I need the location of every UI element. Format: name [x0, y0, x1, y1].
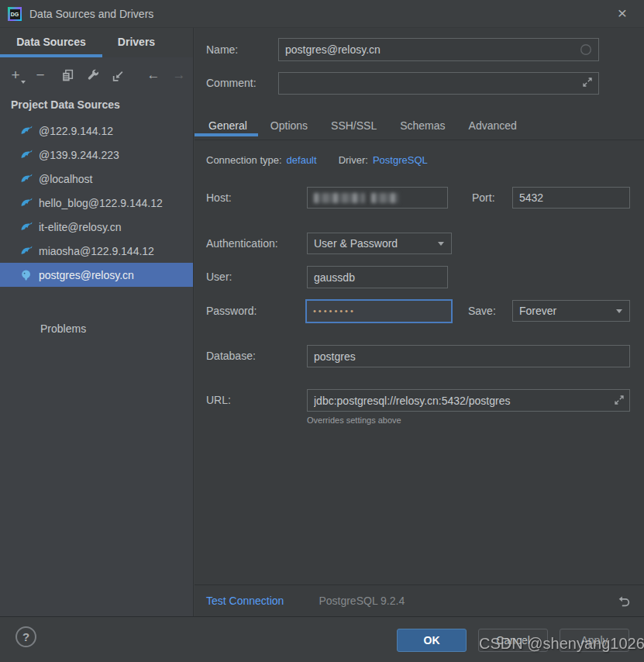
password-label: Password: — [206, 299, 257, 323]
data-source-tree: @122.9.144.12 @139.9.244.223 @localhost … — [0, 119, 193, 287]
tree-header: Project Data Sources — [11, 98, 120, 111]
tab-advanced[interactable]: Advanced — [469, 119, 517, 132]
port-input[interactable] — [512, 187, 630, 209]
mysql-icon — [20, 245, 33, 257]
url-hint: Overrides settings above — [307, 415, 401, 425]
sidebar: Data Sources Drivers + − — [0, 28, 194, 616]
tree-row[interactable]: miaosha@122.9.144.12 — [0, 239, 193, 263]
mysql-icon — [20, 221, 33, 233]
comment-input[interactable] — [278, 72, 599, 95]
redacted-host-text — [371, 193, 399, 203]
user-input[interactable] — [307, 266, 448, 288]
tab-schemas[interactable]: Schemas — [400, 119, 445, 132]
password-input[interactable]: •••••••• — [305, 299, 453, 323]
host-label: Host: — [206, 187, 232, 209]
sidebar-tabs: Data Sources Drivers — [0, 28, 193, 57]
expand-editor-icon[interactable] — [582, 77, 593, 88]
forward-button[interactable]: → — [170, 66, 188, 84]
connection-type-label: Connection type: — [206, 154, 282, 166]
url-label: URL: — [206, 389, 231, 412]
driver-version: PostgreSQL 9.2.4 — [319, 595, 405, 607]
mysql-icon — [20, 197, 33, 209]
chevron-down-icon — [438, 242, 444, 246]
driver-link[interactable]: PostgreSQL — [373, 154, 428, 166]
datagrip-logo-icon: DG — [8, 7, 22, 21]
tab-general[interactable]: General — [208, 119, 247, 132]
tab-drivers[interactable]: Drivers — [102, 28, 170, 57]
sidebar-toolbar: + − ← → — [0, 60, 193, 90]
postgresql-icon — [20, 269, 33, 281]
expand-editor-icon[interactable] — [614, 395, 625, 405]
add-dropdown-caret-icon — [21, 81, 26, 84]
name-label: Name: — [206, 38, 238, 61]
tab-ssh-ssl[interactable]: SSH/SSL — [331, 119, 377, 132]
save-select[interactable]: Forever — [512, 300, 630, 322]
window-title: Data Sources and Drivers — [29, 0, 153, 28]
host-input[interactable] — [307, 187, 448, 209]
help-icon[interactable]: ? — [15, 626, 36, 647]
tree-row[interactable]: @122.9.144.12 — [0, 119, 193, 143]
sidebar-item-problems[interactable]: Problems — [0, 316, 193, 340]
tab-options[interactable]: Options — [270, 119, 308, 132]
tab-data-sources[interactable]: Data Sources — [0, 28, 102, 57]
settings-tabs: General Options SSH/SSL Schemas Advanced — [195, 111, 644, 140]
settings-panel: Name: Comment: General Options SSH/SSL S… — [195, 28, 644, 616]
back-button[interactable]: ← — [144, 66, 163, 84]
tree-row-selected[interactable]: postgres@relosy.cn — [0, 263, 193, 287]
connection-type-row: Connection type:defaultDriver:PostgreSQL — [206, 150, 432, 171]
chevron-down-icon — [616, 309, 622, 313]
mysql-icon — [20, 149, 33, 161]
save-label: Save: — [468, 300, 496, 322]
watermark: CSDN @shenyang1026 — [479, 635, 644, 653]
database-input[interactable] — [307, 345, 630, 367]
remove-button[interactable]: − — [31, 66, 50, 84]
name-status-circle-icon — [580, 43, 592, 56]
name-input[interactable] — [278, 38, 599, 61]
properties-wrench-icon[interactable] — [84, 66, 102, 84]
close-icon[interactable]: × — [611, 0, 633, 28]
comment-label: Comment: — [206, 72, 257, 95]
tree-row[interactable]: @139.9.244.223 — [0, 143, 193, 167]
test-connection-bar: Test Connection PostgreSQL 9.2.4 — [195, 584, 644, 616]
tree-row[interactable]: @localhost — [0, 167, 193, 191]
mysql-icon — [20, 125, 33, 137]
port-label: Port: — [472, 187, 495, 209]
driver-label: Driver: — [339, 154, 368, 166]
test-connection-link[interactable]: Test Connection — [206, 595, 284, 607]
user-label: User: — [206, 266, 232, 288]
url-input[interactable] — [307, 389, 630, 412]
tree-row[interactable]: hello_blog@122.9.144.12 — [0, 191, 193, 215]
redacted-host-text — [314, 193, 365, 203]
add-button[interactable]: + — [6, 66, 25, 84]
mysql-icon — [20, 173, 33, 185]
duplicate-icon[interactable] — [58, 66, 77, 84]
tree-row[interactable]: it-elite@relosy.cn — [0, 215, 193, 239]
ok-button[interactable]: OK — [397, 629, 467, 652]
authentication-label: Authentication: — [206, 233, 278, 254]
authentication-select[interactable]: User & Password — [307, 233, 452, 254]
active-tab-underline — [195, 133, 258, 136]
divider — [195, 140, 644, 140]
database-label: Database: — [206, 345, 256, 367]
connection-type-link[interactable]: default — [287, 154, 317, 166]
import-icon[interactable] — [108, 66, 127, 84]
revert-icon[interactable] — [615, 592, 633, 611]
title-bar: DG Data Sources and Drivers × — [0, 0, 644, 28]
